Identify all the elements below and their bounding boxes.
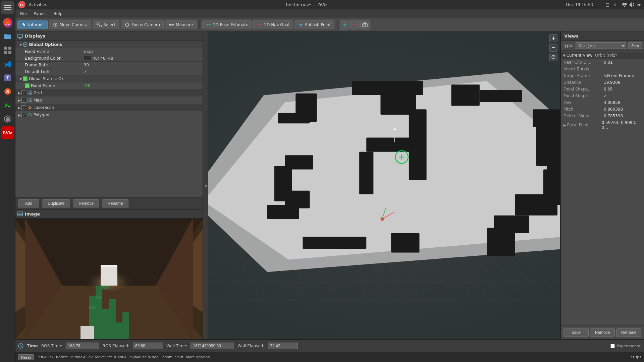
vp-minus-btn[interactable]	[549, 44, 557, 52]
svg-marker-35	[262, 24, 262, 26]
grid-checkbox[interactable]: ✓	[21, 90, 26, 95]
publish-icon	[298, 22, 304, 27]
displays-panel: Displays ▼ Global Options Fixed Frame	[15, 32, 203, 209]
svg-point-36	[300, 24, 302, 26]
viewport-area: ◀	[203, 32, 644, 339]
map-row[interactable]: ▶ ✓ Map	[15, 97, 203, 104]
panels-menu[interactable]: Panels	[30, 11, 50, 17]
grid-row[interactable]: ▶ ✓ Grid	[15, 89, 203, 97]
fixed-frame-status-row[interactable]: ✓ Fixed Frame OK	[15, 82, 203, 89]
polygon-row[interactable]: ▶ ✓ Polygon	[15, 111, 203, 119]
views-zero-btn[interactable]: Zero	[628, 42, 642, 49]
global-options-row[interactable]: ▼ Global Options	[15, 41, 203, 48]
snap-icon[interactable]: S	[1, 85, 14, 98]
fixed-frame-row[interactable]: Fixed Frame map	[15, 48, 203, 55]
map-arrow: ▶	[18, 99, 21, 102]
svg-point-22	[125, 23, 129, 26]
global-status-label: Global Status: Ok	[29, 76, 64, 81]
minus-icon-btn[interactable]	[350, 20, 360, 29]
remove-btn[interactable]: Remove	[73, 199, 99, 207]
views-rename-btn[interactable]: Rename	[616, 328, 641, 337]
yaw-val: 4.06858	[604, 100, 621, 105]
files-icon[interactable]	[1, 30, 14, 43]
svg-rect-124	[278, 113, 310, 124]
body-area: Displays ▼ Global Options Fixed Frame	[15, 32, 644, 339]
focal-point-row[interactable]: ▶ Focal Point 0.59764; 0.9693; 0...	[561, 119, 644, 131]
ros-time-input[interactable]	[66, 343, 99, 349]
terminal-icon[interactable]	[1, 99, 14, 112]
minimize-btn[interactable]: —	[597, 2, 603, 8]
firefox-icon[interactable]: 🦊	[1, 16, 14, 29]
vp-reset-btn[interactable]	[549, 53, 557, 61]
image-header: Image	[15, 209, 203, 219]
left-panel: Displays ▼ Global Options Fixed Frame	[15, 32, 203, 339]
ls-arrow: ▶	[18, 106, 21, 110]
ros-time-label: ROS Time:	[41, 344, 62, 348]
teams-icon[interactable]: T	[1, 71, 14, 84]
rviz-icon[interactable]: RViz	[1, 126, 14, 139]
maximize-btn[interactable]: □	[604, 2, 610, 8]
interact-btn[interactable]: Interact	[17, 20, 48, 29]
measure-btn[interactable]: Measure	[165, 20, 197, 29]
wall-time-input[interactable]	[191, 343, 234, 349]
fov-label: Field of View	[564, 114, 604, 118]
laserscan-row[interactable]: ▶ ✓ LaserScan	[15, 104, 203, 111]
default-light-label: Default Light	[25, 69, 84, 74]
svg-rect-8	[8, 51, 11, 54]
views-remove-btn[interactable]: Remove	[590, 328, 615, 337]
yaw-label: Yaw	[564, 100, 604, 105]
time-title: Time	[27, 344, 38, 348]
3d-viewport[interactable]	[208, 32, 560, 339]
views-type-select[interactable]: Orbit (rviz)	[576, 42, 627, 49]
wall-elapsed-input[interactable]	[268, 343, 298, 349]
appgrid-icon[interactable]	[1, 44, 14, 57]
add-icon-btn[interactable]	[340, 20, 350, 29]
nav-goal-btn[interactable]: 2D Nav Goal	[253, 20, 293, 29]
vp-plus-btn[interactable]	[549, 34, 557, 42]
lang-indicator[interactable]: en	[637, 3, 641, 7]
focus-camera-btn[interactable]: Focus Camera	[121, 20, 164, 29]
select-btn[interactable]: Select	[93, 20, 119, 29]
statusbar: Reset Left-Click: Rotate. Middle-Click: …	[15, 352, 644, 362]
yaw-row: Yaw 4.06858	[561, 99, 644, 106]
vscode-icon[interactable]	[1, 58, 14, 70]
global-status-row[interactable]: ▼ ✓ Global Status: Ok	[15, 75, 203, 82]
close-btn[interactable]: ✕	[612, 2, 618, 8]
bg-color-row[interactable]: Background Color 48; 48; 48	[15, 55, 203, 62]
toolbar: Interact Move Camera Select Focus Camera…	[15, 18, 644, 32]
ros-elapsed-input[interactable]	[133, 343, 163, 349]
ls-checkbox[interactable]: ✓	[21, 105, 26, 110]
fov-val: 0.785398	[604, 114, 623, 118]
activities-button[interactable]	[1, 1, 14, 14]
poly-checkbox[interactable]: ✓	[21, 113, 26, 117]
file-menu[interactable]: File	[17, 11, 30, 17]
interact-icon	[21, 22, 26, 27]
collapse-handle[interactable]: ◀	[203, 32, 208, 339]
default-light-row[interactable]: Default Light ✓	[15, 68, 203, 75]
help-menu[interactable]: Help	[50, 11, 66, 17]
rename-btn[interactable]: Rename	[102, 199, 128, 207]
views-current-header[interactable]: ▼ Current View Orbit (rviz)	[561, 52, 644, 59]
svg-rect-144	[391, 233, 419, 252]
views-save-btn[interactable]: Save	[564, 328, 589, 337]
svg-rect-1	[4, 7, 11, 8]
displays-header-icon	[17, 34, 23, 39]
add-btn[interactable]: Add	[18, 199, 39, 207]
map-checkbox[interactable]: ✓	[21, 98, 26, 103]
snapcraft-icon[interactable]	[1, 113, 14, 125]
wall-elapsed-label: Wall Elapsed:	[237, 344, 264, 348]
reset-btn[interactable]: Reset	[18, 354, 34, 360]
system-tray: en	[622, 2, 641, 7]
focus-icon	[124, 22, 130, 27]
experimental-checkbox[interactable]	[610, 344, 615, 348]
publish-point-btn[interactable]: Publish Point	[294, 20, 334, 29]
target-frame-val: <Fixed Frame>	[604, 73, 635, 78]
pose-estimate-btn[interactable]: 2D Pose Estimate	[202, 20, 252, 29]
move-camera-btn[interactable]: Move Camera	[49, 20, 91, 29]
activities-text[interactable]: Activities	[29, 2, 47, 7]
camera-icon-btn[interactable]	[360, 20, 370, 29]
focal-point-label: Focal Point	[567, 123, 602, 127]
focal-point-val: 0.59764; 0.9693; 0...	[602, 120, 641, 130]
duplicate-btn[interactable]: Duplicate	[42, 199, 70, 207]
frame-rate-row[interactable]: Frame Rate 30	[15, 62, 203, 68]
